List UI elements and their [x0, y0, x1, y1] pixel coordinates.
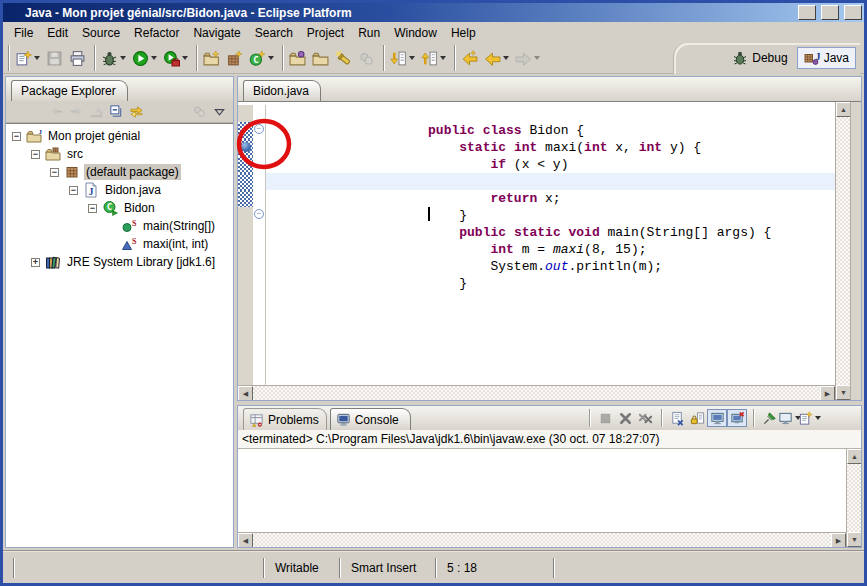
- minimize-console-button[interactable]: [821, 411, 838, 426]
- editor-ruler[interactable]: [238, 292, 253, 385]
- console-toolbar-button[interactable]: [707, 409, 727, 427]
- dropdown-arrow-icon[interactable]: [503, 56, 509, 60]
- code-line-text[interactable]: static int maxi(int x, int y) {: [266, 122, 835, 139]
- menu-item[interactable]: Refactor: [127, 24, 186, 42]
- tree-item[interactable]: S maxi(int, int): [10, 235, 233, 253]
- open-perspective-button[interactable]: [700, 47, 722, 69]
- code-area[interactable]: public class Bidon {: [238, 102, 835, 292]
- code-line[interactable]: int m = maxi(8, 15);: [238, 224, 835, 241]
- menu-item[interactable]: Window: [387, 24, 444, 42]
- tree-expander[interactable]: [107, 240, 116, 249]
- code-line-text[interactable]: public class Bidon {: [266, 105, 835, 122]
- dropdown-arrow-icon[interactable]: [34, 56, 40, 60]
- tree-item[interactable]: − J Bidon.java: [10, 181, 233, 199]
- dropdown-arrow-icon[interactable]: [182, 56, 188, 60]
- dropdown-arrow-icon[interactable]: [120, 56, 126, 60]
- tree-item[interactable]: − src: [10, 145, 233, 163]
- tree-expander[interactable]: −: [50, 168, 59, 177]
- menu-item[interactable]: Source: [75, 24, 127, 42]
- scroll-left-button[interactable]: [238, 386, 253, 401]
- console-toolbar-button[interactable]: [635, 409, 655, 427]
- console-toolbar-button[interactable]: [667, 409, 687, 427]
- minimize-button[interactable]: [798, 5, 816, 20]
- title-bar[interactable]: Java - Mon projet génial/src/Bidon.java …: [3, 3, 864, 22]
- tree-expander[interactable]: −: [88, 204, 97, 213]
- editor-ruler-cell[interactable]: [238, 241, 253, 258]
- code-line[interactable]: x = y;: [238, 156, 835, 173]
- editor-ruler-cell[interactable]: [238, 258, 253, 275]
- tree-item[interactable]: − J Mon projet génial: [10, 127, 233, 145]
- scroll-up-button[interactable]: [836, 102, 851, 117]
- code-line-text[interactable]: System.out.println(m);: [266, 241, 835, 258]
- editor-ruler-cell[interactable]: [238, 122, 253, 139]
- scroll-track[interactable]: [836, 117, 850, 385]
- breakpoint-marker[interactable]: [241, 142, 251, 152]
- toolbar-button[interactable]: [12, 47, 43, 69]
- maximize-button[interactable]: [821, 5, 839, 20]
- console-toolbar-button[interactable]: [799, 409, 819, 427]
- toolbar-button[interactable]: [481, 47, 512, 69]
- code-line[interactable]: return x;: [238, 173, 835, 190]
- editor-ruler-cell[interactable]: [238, 156, 253, 173]
- toolbar-button[interactable]: [458, 47, 481, 69]
- toolbar-button[interactable]: [160, 47, 191, 69]
- scroll-track[interactable]: [253, 533, 831, 547]
- scroll-down-button[interactable]: [847, 532, 862, 547]
- tree-expander[interactable]: +: [31, 258, 40, 267]
- scroll-up-button[interactable]: [847, 449, 862, 464]
- close-button[interactable]: [844, 5, 862, 20]
- view-toolbar-button[interactable]: [126, 103, 146, 121]
- view-toolbar-button[interactable]: [106, 103, 126, 121]
- menu-item[interactable]: Navigate: [186, 24, 247, 42]
- console-toolbar-button[interactable]: [595, 409, 615, 427]
- editor-tab[interactable]: Bidon.java: [243, 80, 321, 101]
- console-toolbar-button[interactable]: [779, 409, 799, 427]
- toolbar-button[interactable]: [387, 47, 418, 69]
- menu-item[interactable]: Help: [444, 24, 483, 42]
- tree-item[interactable]: S main(String[]): [10, 217, 233, 235]
- console-toolbar-button[interactable]: [759, 409, 779, 427]
- console-view-tab[interactable]: Problems: [243, 408, 327, 430]
- view-toolbar-button[interactable]: [66, 103, 86, 121]
- code-line[interactable]: if (x < y): [238, 139, 835, 156]
- scroll-track[interactable]: [253, 386, 820, 400]
- menu-item[interactable]: Edit: [40, 24, 75, 42]
- editor-ruler-cell[interactable]: [238, 207, 253, 224]
- dropdown-arrow-icon[interactable]: [815, 416, 821, 420]
- code-line-text[interactable]: if (x < y): [266, 139, 835, 156]
- scroll-track[interactable]: [847, 464, 861, 532]
- tree-item[interactable]: + JRE System Library [jdk1.6]: [10, 253, 233, 271]
- fold-collapse-icon[interactable]: [254, 209, 264, 219]
- tree-expander[interactable]: −: [12, 132, 21, 141]
- code-line[interactable]: public static void main(String[] args) {: [238, 207, 835, 224]
- editor-ruler-cell[interactable]: [238, 190, 253, 207]
- code-line[interactable]: }: [238, 190, 835, 207]
- tree-expander[interactable]: [107, 222, 116, 231]
- menu-item[interactable]: Run: [351, 24, 387, 42]
- fold-collapse-icon[interactable]: [254, 124, 264, 134]
- dropdown-arrow-icon[interactable]: [409, 56, 415, 60]
- scroll-left-button[interactable]: [238, 533, 253, 548]
- scroll-down-button[interactable]: [836, 385, 851, 400]
- code-line-text[interactable]: return x;: [266, 173, 835, 190]
- tree-item[interactable]: − (default package): [10, 163, 233, 181]
- console-output[interactable]: [238, 449, 846, 532]
- editor-ruler-cell[interactable]: [238, 224, 253, 241]
- toolbar-button[interactable]: [512, 47, 543, 69]
- code-line[interactable]: }: [238, 258, 835, 275]
- toolbar-button[interactable]: [355, 47, 378, 69]
- console-vertical-scrollbar[interactable]: [846, 449, 861, 547]
- dropdown-arrow-icon[interactable]: [440, 56, 446, 60]
- package-explorer-tab[interactable]: Package Explorer: [11, 80, 128, 101]
- code-line[interactable]: public class Bidon {: [238, 105, 835, 122]
- code-line[interactable]: System.out.println(m);: [238, 241, 835, 258]
- toolbar-button[interactable]: [418, 47, 449, 69]
- view-toolbar-button[interactable]: [86, 103, 106, 121]
- code-line[interactable]: static int maxi(int x, int y) {: [238, 122, 835, 139]
- perspective-button[interactable]: J Java: [797, 47, 856, 69]
- fast-view-button[interactable]: [19, 557, 41, 579]
- editor-ruler-cell[interactable]: [238, 275, 253, 292]
- menu-item[interactable]: File: [7, 24, 40, 42]
- menu-item[interactable]: Search: [248, 24, 300, 42]
- toolbar-button[interactable]: [200, 47, 223, 69]
